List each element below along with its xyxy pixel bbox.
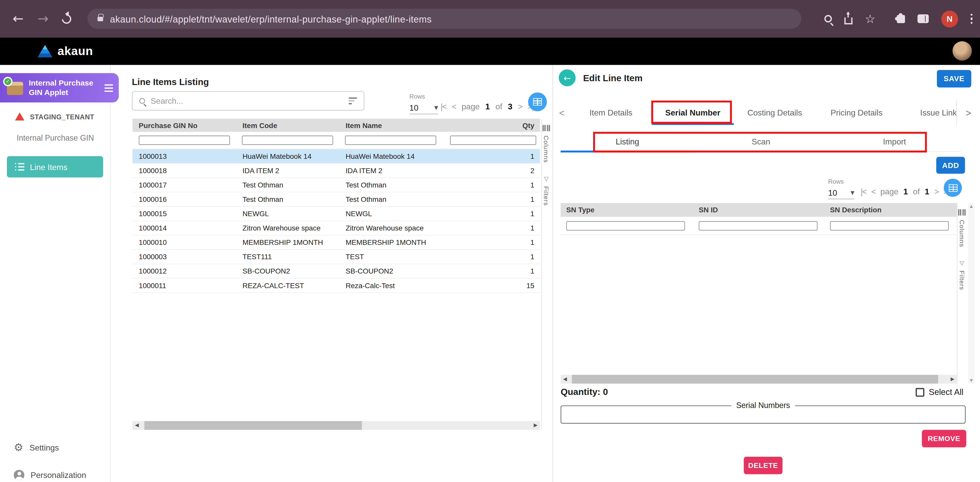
columns-rail-label[interactable]: Columns — [543, 135, 550, 163]
filter-input-qty[interactable] — [450, 135, 536, 145]
first-page-button[interactable]: |< — [441, 102, 446, 111]
filters-icon[interactable]: ▽ — [544, 176, 549, 181]
search-box — [132, 91, 364, 111]
scrollbar-thumb[interactable] — [145, 421, 362, 430]
table-row[interactable]: 1000011REZA-CALC-TESTReza-Calc-Test15 — [132, 278, 540, 293]
column-header[interactable]: Item Code — [236, 121, 339, 129]
subtab-import[interactable]: Import — [828, 131, 961, 151]
next-page-button[interactable]: > — [934, 187, 938, 196]
akaun-logo-icon — [37, 45, 52, 57]
tab-item-details[interactable]: Item Details — [570, 100, 652, 125]
select-all-checkbox[interactable] — [916, 388, 924, 396]
table-row[interactable]: 1000010MEMBERSHIP 1MONTHMEMBERSHIP 1MONT… — [132, 235, 540, 250]
scroll-down-icon[interactable]: ▼ — [970, 379, 972, 382]
sidebar-item-settings[interactable]: ⚙ Settings — [14, 442, 59, 453]
filter-input-sn-id[interactable] — [699, 221, 817, 230]
table-row[interactable]: 1000016Test OthmanTest Othman1 — [132, 192, 540, 207]
browser-refresh-icon[interactable] — [60, 13, 73, 26]
tabs-scroll-right-icon[interactable]: > — [956, 100, 980, 125]
share-icon[interactable] — [844, 17, 853, 24]
filter-list-icon[interactable] — [349, 98, 357, 104]
scroll-left-icon[interactable]: ◀ — [561, 375, 569, 383]
filters-icon[interactable]: ▽ — [960, 260, 964, 266]
active-subtab-indicator — [561, 151, 694, 152]
sidebar-item-line-items[interactable]: Line Items — [7, 156, 103, 178]
delete-button[interactable]: DELETE — [744, 457, 783, 474]
lock-icon — [98, 17, 103, 21]
column-header[interactable]: Qty — [442, 121, 540, 129]
applet-banner[interactable]: ✓ Internal Purchase GIN Applet — [0, 73, 119, 102]
browser-forward-icon[interactable]: → — [33, 0, 54, 37]
column-header[interactable]: Purchase GIN No — [132, 121, 236, 129]
prev-page-button[interactable]: < — [871, 187, 875, 196]
columns-rail-label[interactable]: Columns — [958, 220, 966, 247]
bookmark-star-icon[interactable]: ☆ — [865, 13, 876, 25]
table-row[interactable]: 1000014Zitron Warehouse spaceZitron Ware… — [132, 221, 540, 235]
column-header[interactable]: SN Type — [561, 206, 693, 213]
table-row[interactable]: 1000003TEST111TEST1 — [132, 250, 540, 264]
edit-line-item-panel: ← Edit Line Item SAVE < Item Details Ser… — [553, 65, 980, 482]
filter-input-purchase-gin-no[interactable] — [139, 135, 230, 145]
person-icon — [14, 470, 24, 480]
first-page-button[interactable]: |< — [861, 187, 866, 196]
tab-costing-details[interactable]: Costing Details — [734, 100, 816, 125]
column-header[interactable]: Item Name — [339, 121, 443, 129]
address-bar[interactable]: akaun.cloud/#/applet/tnt/wavelet/erp/int… — [88, 9, 802, 29]
browser-back-icon[interactable]: ← — [8, 0, 29, 37]
chevron-down-icon: ▼ — [851, 190, 854, 196]
filter-input-item-name[interactable] — [345, 135, 436, 145]
collapse-menu-icon[interactable] — [104, 84, 113, 92]
extensions-icon[interactable] — [897, 14, 905, 23]
scroll-left-icon[interactable]: ◀ — [132, 421, 141, 430]
subtab-listing[interactable]: Listing — [561, 131, 694, 151]
subtab-scan[interactable]: Scan — [694, 131, 827, 151]
column-header[interactable]: SN ID — [693, 206, 824, 213]
back-button[interactable]: ← — [559, 69, 576, 86]
user-avatar[interactable] — [953, 41, 972, 61]
quantity-label: Quantity: 0 — [561, 387, 608, 397]
table-row[interactable]: 1000012SB-COUPON2SB-COUPON21 — [132, 264, 540, 278]
side-panel-icon[interactable] — [918, 14, 929, 23]
browser-menu-icon[interactable] — [970, 14, 972, 24]
tab-pricing-details[interactable]: Pricing Details — [816, 100, 897, 125]
filter-input-sn-description[interactable] — [830, 221, 949, 230]
next-page-button[interactable]: > — [518, 102, 522, 111]
tab-serial-number[interactable]: Serial Number — [652, 100, 734, 125]
save-button[interactable]: SAVE — [937, 70, 971, 87]
gear-icon: ⚙ — [14, 442, 23, 453]
table-row[interactable]: 1000018IDA ITEM 2IDA ITEM 22 — [132, 164, 540, 178]
prev-page-button[interactable]: < — [452, 102, 456, 111]
serial-numbers-input[interactable] — [562, 410, 965, 421]
tabs-scroll-left-icon[interactable]: < — [554, 100, 570, 125]
scrollbar-thumb[interactable] — [572, 375, 938, 383]
grid-view-button[interactable] — [943, 179, 962, 197]
scroll-up-icon[interactable]: ▲ — [970, 204, 972, 208]
horizontal-scrollbar[interactable]: ◀ ▶ — [132, 421, 540, 430]
rows-per-page-select[interactable]: 10 ▼ — [828, 187, 854, 199]
remove-button[interactable]: REMOVE — [922, 430, 966, 447]
zoom-icon[interactable] — [824, 15, 832, 22]
vertical-scrollbar[interactable]: ▲▼ — [968, 203, 974, 383]
table-row[interactable]: 1000013HuaWei Matebook 14HuaWei Matebook… — [132, 149, 540, 164]
brand[interactable]: akaun — [37, 37, 93, 65]
column-header[interactable]: SN Description — [824, 206, 957, 213]
horizontal-scrollbar[interactable]: ◀ ▶ — [561, 375, 957, 383]
columns-icon[interactable] — [542, 125, 550, 131]
scroll-right-icon[interactable]: ▶ — [531, 421, 540, 430]
url-text[interactable]: akaun.cloud/#/applet/tnt/wavelet/erp/int… — [110, 13, 431, 24]
rows-per-page-select[interactable]: 10 ▼ — [409, 102, 438, 115]
grid-view-button[interactable] — [528, 92, 547, 111]
tenant-row[interactable]: STAGING_TENANT — [15, 113, 94, 121]
filter-input-item-code[interactable] — [242, 135, 333, 145]
scroll-right-icon[interactable]: ▶ — [948, 375, 957, 383]
filter-input-sn-type[interactable] — [566, 221, 685, 230]
table-row[interactable]: 1000015NEWGLNEWGL1 — [132, 207, 540, 221]
search-input[interactable] — [151, 96, 343, 106]
add-button[interactable]: ADD — [936, 157, 965, 173]
browser-profile-avatar[interactable]: N — [941, 10, 958, 27]
filters-rail-label[interactable]: Filters — [543, 186, 550, 206]
filters-rail-label[interactable]: Filters — [958, 270, 966, 290]
table-row[interactable]: 1000017Test OthmanTest Othman1 — [132, 178, 540, 192]
sidebar-item-personalization[interactable]: Personalization — [14, 470, 86, 480]
columns-icon[interactable] — [958, 209, 966, 215]
